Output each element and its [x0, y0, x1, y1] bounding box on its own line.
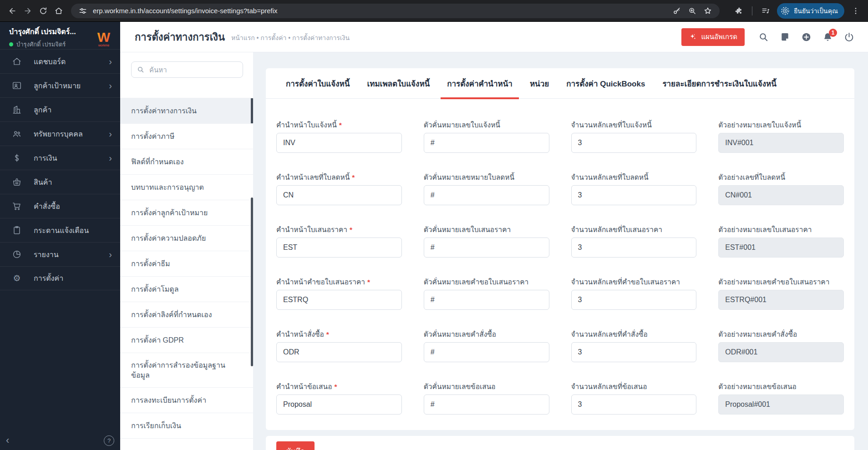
settings-menu-item[interactable]: ฟิลด์ที่กำหนดเอง — [120, 149, 253, 175]
building-icon — [12, 105, 22, 115]
media-controls-icon[interactable] — [758, 3, 773, 19]
digits-input[interactable] — [571, 133, 697, 153]
separator-input[interactable] — [424, 185, 549, 205]
sidebar-item-2[interactable]: ลูกค้าเป้าหมาย› — [0, 73, 120, 97]
sidebar-item-8[interactable]: กระดานแจ้งเตือน — [0, 218, 120, 242]
tab[interactable]: การตั้งค่าใบแจ้งหนี้ — [279, 68, 356, 99]
settings-menu-item[interactable]: การลงทะเบียนการตั้งค่า — [120, 388, 253, 413]
digits-input[interactable] — [571, 394, 697, 415]
separator-input[interactable] — [424, 342, 549, 362]
settings-search-box[interactable] — [131, 61, 243, 78]
form-row: คำนำหน้าเลขที่ใบลดหนี้*ตัวคั่นหมายเลขหมา… — [276, 173, 844, 205]
app-root: erp.workme.in.th/account/settings/invoic… — [0, 0, 868, 450]
home-icon[interactable] — [51, 3, 66, 19]
upgrade-plan-button[interactable]: แผนอัพเกรด — [681, 28, 745, 46]
notifications-bell-icon[interactable]: 1 — [822, 32, 833, 42]
separator-input[interactable] — [424, 238, 549, 258]
field-label: คำนำหน้าคำขอใบเสนอราคา* — [276, 278, 402, 287]
settings-menu-item[interactable]: การตั้งค่าธีม — [120, 251, 253, 277]
settings-menu-item-partial[interactable]: การตั้งค่า — [120, 83, 253, 98]
example-field — [718, 133, 844, 153]
sidebar-footer: ‹ ? — [0, 431, 120, 450]
reload-icon[interactable] — [36, 3, 51, 19]
extensions-icon[interactable] — [731, 3, 746, 19]
prefix-input[interactable] — [276, 290, 402, 310]
bookmark-star-icon[interactable] — [701, 5, 714, 17]
site-info-icon[interactable] — [76, 5, 89, 17]
field-label: ตัวคั่นหมายเลขใบเสนอราคา — [424, 225, 549, 234]
digits-input[interactable] — [571, 290, 697, 310]
sidebar-item-10[interactable]: ⚙การตั้งค่า — [0, 266, 120, 290]
field-label: จำนวนหลักเลขที่ข้อเสนอ — [571, 382, 697, 391]
url-bar[interactable]: erp.workme.in.th/account/settings/invoic… — [71, 4, 720, 18]
people-icon — [12, 129, 22, 139]
svg-text:W: W — [97, 30, 111, 45]
required-asterisk: * — [334, 382, 337, 391]
settings-menu-item[interactable]: การตั้งค่าความปลอดภัย — [120, 226, 253, 251]
tab[interactable]: การตั้งค่าคำนำหน้า — [441, 68, 519, 99]
digits-input[interactable] — [571, 342, 697, 362]
settings-menu-item[interactable]: การตั้งค่าลิงค์ที่กำหนดเอง — [120, 302, 253, 328]
prefix-input[interactable] — [276, 238, 402, 258]
settings-search-input[interactable] — [148, 66, 237, 74]
tab-bar: การตั้งค่าใบแจ้งหนี้เทมเพลตใบแจ้งหนี้การ… — [266, 68, 854, 99]
settings-menu-item[interactable]: การตั้งค่าทางการเงิน — [120, 98, 253, 124]
tab[interactable]: รายละเอียดการชำระเงินใบแจ้งหนี้ — [656, 68, 782, 99]
settings-menu-item[interactable]: การตั้งค่าลูกค้าเป้าหมาย — [120, 200, 253, 226]
settings-menu-item[interactable]: การตั้งค่าการสำรองข้อมูลฐานข้อมูล — [120, 353, 253, 388]
user-block[interactable]: บำรุงศักดิ์ เปรมจิตร์... บำรุงศักดิ์ เปร… — [0, 22, 120, 49]
sidebar-item-9[interactable]: รายงาน› — [0, 242, 120, 266]
tab[interactable]: การตั้งค่า QuickBooks — [560, 68, 651, 99]
sidebar-item-6[interactable]: สินค้า — [0, 170, 120, 194]
gear-icon: ⚙ — [12, 273, 22, 283]
browser-menu-icon[interactable] — [848, 3, 863, 19]
save-button[interactable]: บันทึก — [276, 441, 315, 450]
url-text[interactable]: erp.workme.in.th/account/settings/invoic… — [93, 7, 670, 15]
prefix-input[interactable] — [276, 185, 402, 205]
prefix-input[interactable] — [276, 394, 402, 415]
prefix-input[interactable] — [276, 133, 402, 153]
example-field — [718, 185, 844, 205]
chevron-right-icon: › — [109, 153, 112, 162]
zoom-icon[interactable] — [686, 5, 699, 17]
tab[interactable]: เทมเพลตใบแจ้งหนี้ — [360, 68, 436, 99]
field-label: คำนำหน้าใบแจ้งหนี้* — [276, 121, 402, 130]
separator-input[interactable] — [424, 394, 549, 415]
field-label: ตัวคั่นหมายเลขหมายใบลดหนี้ — [424, 173, 549, 182]
field-label: จำนวนหลักเลขที่คำขอใบเสนอราคา — [571, 278, 697, 287]
forward-icon[interactable] — [20, 3, 36, 19]
logout-power-icon[interactable] — [844, 32, 854, 42]
separator-input[interactable] — [424, 133, 549, 153]
sidebar-item-5[interactable]: การเงิน› — [0, 146, 120, 170]
separator-input[interactable] — [424, 290, 549, 310]
digits-input[interactable] — [571, 185, 697, 205]
settings-menu-item[interactable]: การเรียกเก็บเงิน — [120, 413, 253, 439]
prefix-input[interactable] — [276, 342, 402, 362]
profile-verify-chip[interactable]: ยืนยันว่าเป็นคุณ — [777, 3, 844, 19]
required-asterisk: * — [350, 225, 352, 234]
tab[interactable]: หน่วย — [523, 68, 555, 99]
password-key-icon[interactable] — [670, 5, 683, 17]
clipboard-icon — [12, 225, 22, 235]
page-title: การตั้งค่าทางการเงิน — [135, 29, 225, 45]
form-row: คำนำหน้าสั่งซื้อ*ตัวคั่นหมายเลขคำสั่งซื้… — [276, 330, 844, 362]
settings-menu-item[interactable]: การตั้งค่าภาษี — [120, 124, 253, 149]
settings-menu-item[interactable]: การตั้งค่า GDPR — [120, 328, 253, 353]
notes-icon[interactable] — [780, 32, 790, 42]
sidebar-item-3[interactable]: ลูกค้า — [0, 97, 120, 121]
field-label: จำนวนหลักเลขที่คำสั่งซื้อ — [571, 330, 697, 339]
back-icon[interactable] — [5, 3, 20, 19]
sidebar-item-7[interactable]: คำสั่งซื้อ — [0, 194, 120, 218]
breadcrumb[interactable]: หน้าแรก • การตั้งค่า • การตั้งค่าทางการเ… — [231, 31, 350, 43]
page-header: การตั้งค่าทางการเงิน หน้าแรก • การตั้งค่… — [120, 22, 868, 52]
home-icon — [12, 56, 22, 66]
help-icon[interactable]: ? — [104, 435, 114, 446]
settings-menu-item[interactable]: บทบาทและการอนุญาต — [120, 175, 253, 200]
collapse-sidebar-icon[interactable]: ‹ — [6, 435, 9, 445]
sidebar-item-1[interactable]: แดชบอร์ด› — [0, 49, 120, 73]
settings-menu-item[interactable]: การตั้งค่าโมดูล — [120, 277, 253, 302]
quick-add-icon[interactable] — [801, 32, 812, 42]
digits-input[interactable] — [571, 238, 697, 258]
sidebar-item-4[interactable]: ทรัพยากรบุคคล› — [0, 121, 120, 146]
search-icon[interactable] — [758, 32, 769, 42]
